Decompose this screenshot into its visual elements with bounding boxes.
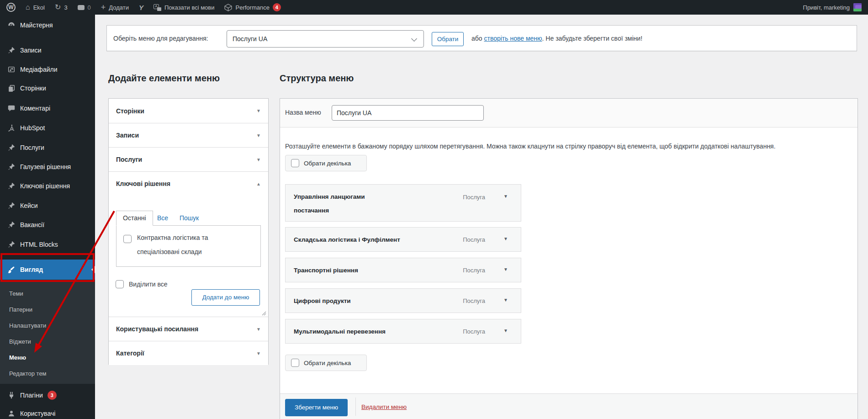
main-content: Оберіть меню для редагування: Послуги UA…: [95, 15, 868, 419]
yoast-seo-button[interactable]: Y: [139, 4, 143, 11]
accordion-section-label: Записи: [116, 132, 139, 139]
sidebar-item-label: Вакансії: [20, 221, 44, 228]
languages-label: Показати всі мови: [164, 4, 214, 11]
sidebar-item-dashboard[interactable]: Майстерня: [0, 17, 95, 33]
submenu-item-menus[interactable]: Меню: [9, 352, 26, 363]
chevron-down-icon[interactable]: ▼: [503, 236, 508, 241]
chevron-down-icon[interactable]: ▼: [503, 267, 508, 272]
site-name: Ekol: [33, 4, 45, 11]
sidebar-item-label: Коментарі: [20, 105, 50, 112]
cube-icon: [224, 4, 232, 11]
sidebar-item-posts[interactable]: Записи: [0, 42, 95, 58]
or-text: або: [471, 35, 482, 42]
chevron-down-icon: ▼: [256, 327, 261, 332]
pin-icon: [7, 143, 16, 152]
sidebar-item-comments[interactable]: Коментарі: [0, 101, 95, 116]
wordpress-logo-button[interactable]: W: [6, 3, 16, 12]
accordion-section-key-solutions[interactable]: Ключові рішення ▲: [109, 171, 268, 196]
save-menu-button[interactable]: Зберегти меню: [285, 399, 348, 416]
add-to-menu-button[interactable]: Додати до меню: [191, 289, 260, 306]
menu-item-row[interactable]: Цифрові продукти Послуга ▼: [285, 288, 521, 313]
delete-menu-link[interactable]: Видалити меню: [361, 403, 407, 410]
sidebar-item-services[interactable]: Послуги: [0, 140, 95, 155]
bulk-select-checkbox[interactable]: [291, 359, 299, 367]
user-greeting[interactable]: Привіт, marketing: [803, 4, 850, 11]
add-items-title: Додайте елементи меню: [108, 73, 220, 84]
menu-select-value: Послуги UA: [233, 35, 267, 42]
plus-icon: +: [101, 3, 106, 11]
select-all-checkbox[interactable]: [116, 280, 124, 288]
sidebar-item-vacancies[interactable]: Вакансії: [0, 217, 95, 233]
submenu-item-widgets[interactable]: Віджети: [9, 336, 31, 347]
menu-select-dropdown[interactable]: Послуги UA: [227, 30, 424, 48]
performance-button[interactable]: Performance 4: [224, 3, 281, 11]
recent-item-checkbox[interactable]: [123, 235, 132, 243]
resize-handle-icon[interactable]: [261, 310, 266, 316]
menu-item-row[interactable]: Управління ланцюгами постачання Послуга …: [285, 184, 521, 222]
comments-button[interactable]: 0: [78, 4, 91, 11]
create-new-menu-link[interactable]: створіть нове меню: [484, 35, 542, 42]
select-menu-button[interactable]: Обрати: [432, 32, 464, 46]
menu-item-label: Управління ланцюгами постачання: [294, 190, 390, 217]
wordpress-logo-icon: W: [6, 3, 16, 12]
sidebar-item-users[interactable]: Користувачі: [0, 406, 95, 419]
user-avatar[interactable]: [853, 3, 862, 11]
pin-icon: [7, 163, 16, 171]
performance-badge: 4: [273, 3, 281, 11]
show-all-languages-button[interactable]: A Показати всі мови: [153, 4, 214, 11]
site-home-button[interactable]: ⌂ Ekol: [26, 4, 45, 11]
update-icon: ↻: [55, 4, 61, 11]
chevron-down-icon: ▼: [256, 108, 261, 113]
chevron-down-icon: [411, 36, 417, 42]
sidebar-item-pages[interactable]: Сторінки: [0, 80, 95, 96]
bulk-select-button-bottom[interactable]: Обрати декілька: [285, 355, 367, 371]
menu-item-type: Послуга: [463, 267, 485, 274]
reminder-text: . Не забудьте зберегти свої зміни!: [542, 35, 642, 42]
chevron-down-icon[interactable]: ▼: [503, 297, 508, 302]
bulk-select-checkbox[interactable]: [291, 159, 299, 167]
sidebar-item-appearance[interactable]: Вигляд: [0, 260, 95, 280]
chevron-down-icon[interactable]: ▼: [503, 194, 508, 199]
menu-item-row[interactable]: Складська логістика і Фулфілмент Послуга…: [285, 227, 521, 252]
accordion-section-posts[interactable]: Записи ▼: [109, 123, 268, 147]
accordion-section-categories[interactable]: Категорії ▼: [109, 341, 268, 365]
comment-icon: [7, 104, 16, 112]
updates-button[interactable]: ↻ 3: [55, 4, 68, 11]
sidebar-item-cases[interactable]: Кейси: [0, 198, 95, 213]
new-content-button[interactable]: + Додати: [101, 3, 129, 11]
select-all-label: Виділити все: [129, 280, 168, 289]
menu-item-row[interactable]: Мультимодальні перевезення Послуга ▼: [285, 319, 521, 344]
tab-recent[interactable]: Останні: [116, 211, 153, 226]
sidebar-item-label: Майстерня: [20, 21, 53, 29]
submenu-item-theme-editor[interactable]: Редактор тем: [9, 368, 47, 379]
paintbrush-icon: [7, 265, 16, 274]
submenu-item-customize[interactable]: Налаштувати: [9, 320, 46, 331]
users-icon: [7, 409, 16, 418]
accordion-section-pages[interactable]: Сторінки ▼: [109, 99, 268, 123]
chevron-down-icon: ▼: [256, 157, 261, 162]
submenu-item-patterns[interactable]: Патерни: [9, 304, 32, 315]
accordion-section-services[interactable]: Послуги ▼: [109, 147, 268, 171]
sidebar-item-html-blocks[interactable]: HTML Blocks: [0, 237, 95, 252]
chevron-up-icon: ▲: [256, 181, 261, 186]
new-content-label: Додати: [109, 4, 129, 11]
sidebar-item-industry-solutions[interactable]: Галузеві рішення: [0, 159, 95, 175]
menu-name-input[interactable]: [332, 105, 484, 121]
sidebar-item-hubspot[interactable]: HubSpot: [0, 120, 95, 136]
translate-icon: A: [153, 4, 161, 11]
tab-all[interactable]: Все: [157, 211, 168, 226]
chevron-down-icon[interactable]: ▼: [503, 328, 508, 333]
accordion-section-custom-links[interactable]: Користувацькі посилання ▼: [109, 317, 268, 341]
sidebar-item-key-solutions[interactable]: Ключові рішення: [0, 178, 95, 194]
tab-search[interactable]: Пошук: [180, 211, 199, 226]
sidebar-item-label: Вигляд: [20, 266, 43, 273]
menu-item-row[interactable]: Транспортні рішення Послуга ▼: [285, 258, 521, 282]
chevron-down-icon: ▼: [256, 351, 261, 356]
sidebar-item-label: Користувачі: [20, 410, 55, 417]
appearance-submenu: Теми Патерни Налаштувати Віджети Меню Ре…: [0, 280, 95, 384]
sidebar-item-media[interactable]: Медіафайли: [0, 62, 95, 77]
sidebar-item-plugins[interactable]: Плагіни 3: [0, 387, 95, 403]
submenu-item-themes[interactable]: Теми: [9, 288, 23, 299]
bulk-select-button-top[interactable]: Обрати декілька: [285, 155, 367, 171]
sidebar-item-label: Сторінки: [20, 85, 46, 92]
